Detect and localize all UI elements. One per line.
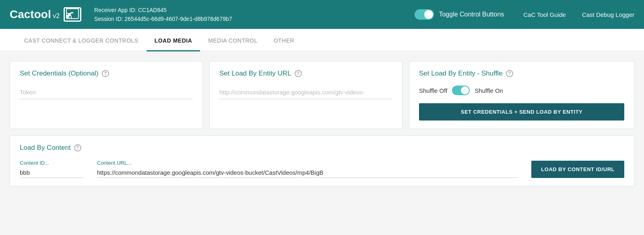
content-id-field-group: Content ID... bbb [20, 160, 84, 178]
shuffle-toggle[interactable] [452, 86, 470, 95]
set-credentials-send-load-by-entity-button[interactable]: SET CREDENTIALS + SEND LOAD BY ENTITY [419, 103, 624, 121]
content-url-label: Content URL... [97, 160, 518, 166]
tab-cast-connect[interactable]: CAST CONNECT & LOGGER CONTROLS [16, 31, 147, 51]
svg-rect-0 [66, 9, 78, 18]
cast-debug-logger-link[interactable]: Cast Debug Logger [582, 11, 634, 18]
session-id: Session ID: 26544d5c-66d9-4607-9de1-d8b9… [94, 14, 415, 23]
toggle-label: Toggle Control Buttons [439, 11, 504, 18]
header-info: Receiver App ID: CC1AD845 Session ID: 26… [94, 6, 415, 24]
set-credentials-title: Set Credentials (Optional) ? [20, 69, 193, 78]
set-load-by-entity-url-help-icon[interactable]: ? [295, 70, 302, 77]
set-load-by-entity-shuffle-help-icon[interactable]: ? [506, 70, 513, 77]
main-content: Set Credentials (Optional) ? Set Load By… [0, 51, 644, 196]
app-header: Cactool v2 Receiver App ID: CC1AD845 Ses… [0, 0, 644, 29]
logo-text: Cactool v2 [10, 8, 60, 21]
set-load-by-entity-url-title: Set Load By Entity URL ? [219, 69, 392, 78]
tab-load-media[interactable]: LOAD MEDIA [147, 31, 200, 51]
load-by-content-id-url-button[interactable]: LOAD BY CONTENT ID/URL [531, 161, 624, 178]
logo-version: v2 [51, 12, 60, 19]
cast-icon [64, 7, 81, 22]
content-id-value: bbb [20, 168, 84, 178]
entity-url-input[interactable] [219, 86, 392, 99]
set-load-by-entity-url-card: Set Load By Entity URL ? [209, 61, 402, 129]
shuffle-off-label: Shuffle Off [419, 87, 447, 94]
receiver-app-id: Receiver App ID: CC1AD845 [94, 6, 415, 14]
bottom-row: Content ID... bbb Content URL... https:/… [20, 160, 624, 178]
tab-media-control[interactable]: MEDIA CONTROL [200, 31, 265, 51]
set-load-by-entity-shuffle-title: Set Load By Entity - Shuffle ? [419, 69, 624, 78]
set-credentials-card: Set Credentials (Optional) ? [10, 61, 203, 129]
shuffle-on-label: Shuffle On [475, 87, 503, 94]
tabs-bar: CAST CONNECT & LOGGER CONTROLS LOAD MEDI… [0, 29, 644, 51]
load-by-content-help-icon[interactable]: ? [74, 144, 81, 151]
cac-tool-guide-link[interactable]: CaC Tool Guide [523, 11, 566, 18]
load-by-content-card: Load By Content ? Content ID... bbb Cont… [10, 135, 634, 186]
app-logo: Cactool v2 [10, 7, 81, 22]
token-input[interactable] [20, 86, 193, 99]
load-by-content-title: Load By Content ? [20, 144, 624, 152]
content-url-value: https://commondatastorage.googleapis.com… [97, 168, 518, 178]
set-credentials-help-icon[interactable]: ? [102, 70, 109, 77]
set-load-by-entity-shuffle-card: Set Load By Entity - Shuffle ? Shuffle O… [409, 61, 634, 129]
content-id-label: Content ID... [20, 160, 84, 166]
top-row: Set Credentials (Optional) ? Set Load By… [10, 61, 634, 129]
toggle-control-buttons[interactable] [415, 9, 434, 20]
header-nav: CaC Tool Guide Cast Debug Logger [523, 11, 634, 18]
toggle-section: Toggle Control Buttons [415, 9, 504, 20]
tab-other[interactable]: OTHER [266, 31, 303, 51]
shuffle-row: Shuffle Off Shuffle On [419, 86, 624, 95]
content-url-field-group: Content URL... https://commondatastorage… [97, 160, 518, 178]
